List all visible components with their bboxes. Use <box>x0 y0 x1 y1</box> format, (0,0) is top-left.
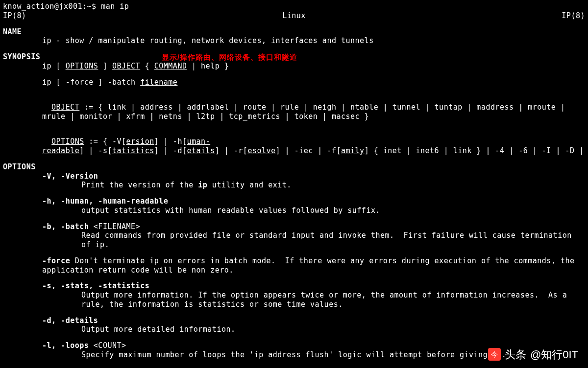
option-version-desc: Print the version of the ip utility and … <box>3 181 585 190</box>
options-def: OPTIONS := { -V[ersion] | -h[uman-readab… <box>3 128 585 156</box>
watermark-icon: 今 <box>488 348 501 361</box>
option-details-desc: Output more detailed information. <box>3 325 585 334</box>
header-center: Linux <box>282 11 306 21</box>
synopsis-object: OBJECT <box>112 62 140 70</box>
section-options-title: OPTIONS <box>3 162 585 172</box>
option-force: -force Don't terminate ip on errors in b… <box>3 256 585 275</box>
option-stats-desc: Output more information. If the option a… <box>3 291 585 309</box>
red-annotation: 显示/操作路由、网络设备、接口和隧道 <box>162 53 297 62</box>
synopsis-line-1: ip [ OPTIONS ] OBJECT { COMMAND | help } <box>3 62 585 71</box>
options-label: OPTIONS <box>51 137 84 146</box>
option-batch: -b, -batch <FILENAME> <box>3 222 585 231</box>
option-details: -d, -details <box>3 316 585 325</box>
option-human: -h, -human, -human-readable <box>3 197 585 206</box>
watermark-brand: 头条 <box>505 348 526 362</box>
object-label: OBJECT <box>51 103 79 112</box>
section-name-title: NAME <box>3 27 585 37</box>
name-text: ip - show / manipulate routing, network … <box>3 36 585 46</box>
synopsis-options: OPTIONS <box>66 62 98 70</box>
synopsis-line-2: ip [ -force ] -batch filename <box>3 78 585 87</box>
watermark-author: @知行0IT <box>530 348 578 362</box>
object-def: OBJECT := { link | address | addrlabel |… <box>3 93 585 121</box>
terminal-output: know_action@jx001:~$ man ip IP(8) Linux … <box>3 2 585 360</box>
shell-prompt[interactable]: know_action@jx001:~$ man ip <box>3 2 585 11</box>
option-batch-desc: Read commands from provided file or stan… <box>3 231 585 250</box>
option-stats: -s, -stats, -statistics <box>3 281 585 291</box>
man-header: IP(8) Linux IP(8) <box>3 11 585 21</box>
option-human-desc: output statistics with human readable va… <box>3 206 585 215</box>
synopsis-command: COMMAND <box>154 62 187 70</box>
watermark: 今 头条 @知行0IT <box>488 348 578 362</box>
header-left: IP(8) <box>3 11 26 21</box>
header-right: IP(8) <box>562 11 585 21</box>
synopsis-filename: filename <box>140 78 177 87</box>
option-version: -V, -Version <box>3 172 585 181</box>
